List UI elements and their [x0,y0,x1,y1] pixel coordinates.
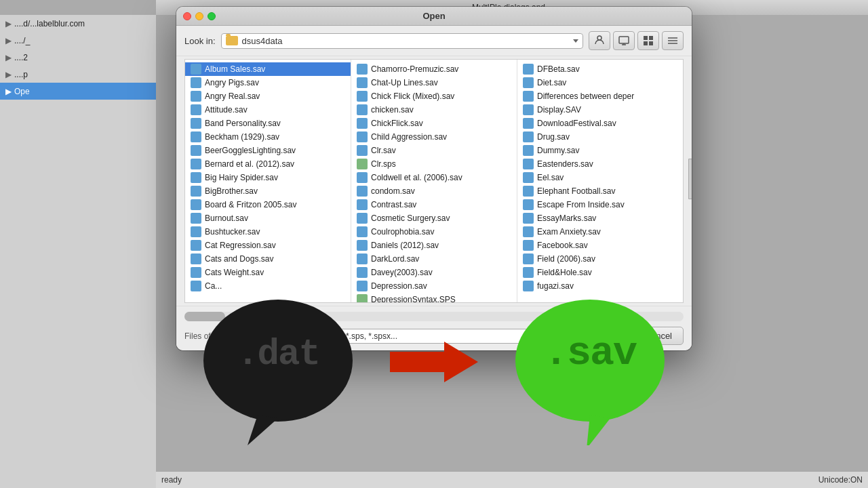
sav-file-icon [191,91,201,102]
toolbar-grid-btn[interactable] [637,31,659,50]
file-item[interactable]: Album Sales.sav [185,62,351,76]
file-item[interactable]: Cats Weight.sav [185,266,351,279]
sav-file-icon [523,281,534,291]
file-item[interactable]: Angry Pigs.sav [185,76,351,89]
file-item[interactable]: Clr.sav [351,144,517,157]
svg-rect-1 [619,37,629,43]
file-item[interactable]: DFBeta.sav [517,62,683,76]
file-item[interactable]: Bushtucker.sav [185,225,351,239]
file-item[interactable]: Coulrophobia.sav [351,225,517,239]
file-item[interactable]: Cats and Dogs.sav [185,252,351,266]
close-button[interactable] [183,12,191,20]
file-item[interactable]: Chamorro-Premuzic.sav [351,62,517,76]
file-item[interactable]: Clr.sps [351,157,517,171]
sav-file-icon [357,104,368,115]
file-name: DownloadFestival.sav [537,119,616,128]
file-item[interactable]: Daniels (2012).sav [351,239,517,252]
file-item[interactable]: Angry Real.sav [185,89,351,103]
file-list-area: Album Sales.savAngry Pigs.savAngry Real.… [184,59,684,303]
file-item[interactable]: Beckham (1929).sav [185,130,351,144]
file-item[interactable]: Eastenders.sav [517,157,683,171]
file-name: Ca... [205,281,222,291]
sav-file-icon [191,226,201,237]
file-item[interactable]: Facebook.sav [517,239,683,252]
file-item[interactable]: Escape From Inside.sav [517,198,683,211]
sav-file-icon [357,253,368,264]
file-item[interactable]: DepressionSyntax.SPS [351,293,517,302]
file-item[interactable]: Burnout.sav [185,211,351,225]
expand-button[interactable]: ▶ [688,159,692,199]
file-item[interactable]: DarkLord.sav [351,252,517,266]
file-item[interactable]: Depression.sav [351,279,517,293]
file-item[interactable]: Attitude.sav [185,103,351,117]
sav-file-icon [191,118,201,129]
sav-file-icon [357,131,368,142]
file-item[interactable]: Dummy.sav [517,144,683,157]
file-name: Cats Weight.sav [205,268,264,277]
file-item[interactable]: Board & Fritzon 2005.sav [185,198,351,211]
scrollbar-track[interactable] [184,312,684,321]
file-item[interactable]: chicken.sav [351,103,517,117]
open-dialog: Open Look in: dsus4data [176,7,692,350]
file-item[interactable]: Field (2006).sav [517,252,683,266]
file-type-value: Statistics Files (*.sav, *.zsav, *.sps, … [241,331,397,341]
file-item[interactable]: Diet.sav [517,76,683,89]
file-item[interactable]: Ca... [185,279,351,293]
file-item[interactable]: ChickFlick.sav [351,117,517,130]
file-item[interactable]: Band Personality.sav [185,117,351,130]
file-name: Contrast.sav [371,200,416,209]
file-item[interactable]: Chat-Up Lines.sav [351,76,517,89]
sav-file-icon [523,159,534,169]
file-item[interactable]: BeerGogglesLighting.sav [185,144,351,157]
file-item[interactable]: Cosmetic Surgery.sav [351,211,517,225]
file-item[interactable]: Coldwell et al. (2006).sav [351,171,517,184]
file-item[interactable]: Eel.sav [517,171,683,184]
file-name: Attitude.sav [205,105,248,115]
toolbar-network-btn[interactable] [589,31,610,50]
file-type-combo[interactable]: Statistics Files (*.sav, *.zsav, *.sps, … [236,329,571,344]
toolbar-desktop-btn[interactable] [613,31,635,50]
cancel-button[interactable]: Cancel [633,327,684,345]
sav-file-icon [191,186,201,197]
file-name: Bushtucker.sav [205,227,260,237]
file-item[interactable]: Field&Hole.sav [517,266,683,279]
file-item[interactable]: DownloadFestival.sav [517,117,683,130]
file-item[interactable]: Differences between deper [517,89,683,103]
scrollbar-thumb[interactable] [184,312,225,321]
file-item[interactable]: Drug.sav [517,130,683,144]
file-item[interactable]: Display.SAV [517,103,683,117]
file-item[interactable]: Exam Anxiety.sav [517,225,683,239]
file-item[interactable]: Elephant Football.sav [517,184,683,198]
sav-file-icon [357,91,368,102]
file-name: Eastenders.sav [537,159,593,169]
file-name: Cats and Dogs.sav [205,254,273,264]
modal-title: Open [422,11,445,21]
sps-file-icon [357,294,368,302]
sav-file-icon [191,159,201,169]
file-item[interactable]: Bernard et al. (2012).sav [185,157,351,171]
sav-file-icon [523,226,534,237]
file-item[interactable]: EssayMarks.sav [517,211,683,225]
file-item[interactable]: Contrast.sav [351,198,517,211]
file-name: Drug.sav [537,132,570,142]
file-item[interactable]: fugazi.sav [517,279,683,293]
maximize-button[interactable] [208,12,216,20]
file-item[interactable]: condom.sav [351,184,517,198]
open-button[interactable]: Open [576,327,627,345]
toolbar-list-btn[interactable] [662,31,684,50]
file-name: Clr.sav [371,146,396,155]
file-item[interactable]: Big Hairy Spider.sav [185,171,351,184]
minimize-button[interactable] [195,12,203,20]
lookin-combo[interactable]: dsus4data [221,33,583,49]
file-name: Field (2006).sav [537,254,595,264]
file-item[interactable]: Chick Flick (Mixed).sav [351,89,517,103]
file-name: fugazi.sav [537,281,574,291]
file-item[interactable]: Davey(2003).sav [351,266,517,279]
sav-file-icon [357,64,368,75]
file-item[interactable]: Child Aggression.sav [351,130,517,144]
file-item[interactable]: BigBrother.sav [185,184,351,198]
sav-file-icon [191,240,201,251]
file-item[interactable]: Cat Regression.sav [185,239,351,252]
sav-file-icon [523,145,534,156]
sav-file-icon [191,281,201,291]
